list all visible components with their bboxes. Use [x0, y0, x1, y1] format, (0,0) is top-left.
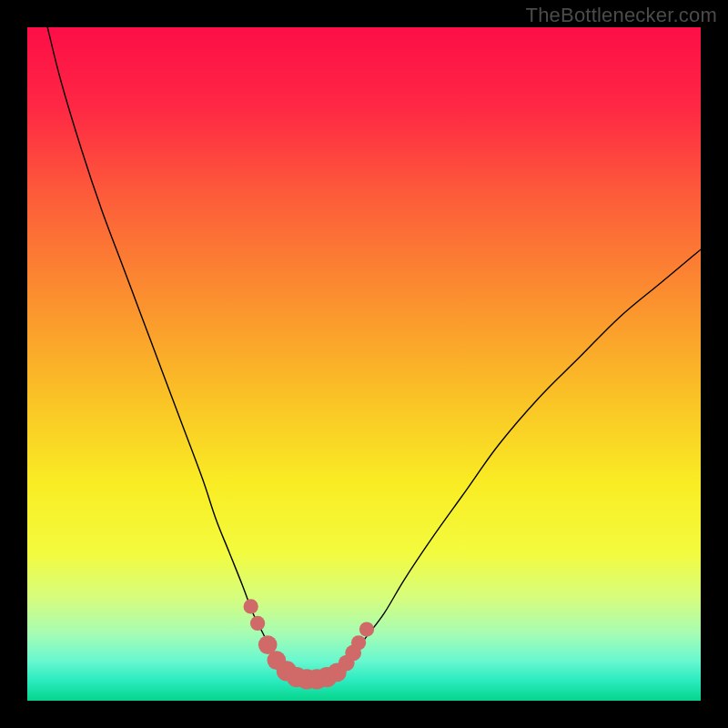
credit-text: TheBottlenecker.com	[526, 4, 717, 27]
right-curve	[337, 249, 701, 673]
left-curve	[47, 27, 289, 673]
trough-dot	[244, 599, 258, 613]
trough-dot	[250, 616, 265, 631]
trough-dots	[244, 599, 375, 689]
trough-dot	[359, 622, 374, 636]
trough-dot	[351, 635, 366, 650]
curves-layer	[27, 27, 701, 701]
plot-area	[27, 27, 701, 701]
chart-root: TheBottlenecker.com	[0, 0, 728, 728]
